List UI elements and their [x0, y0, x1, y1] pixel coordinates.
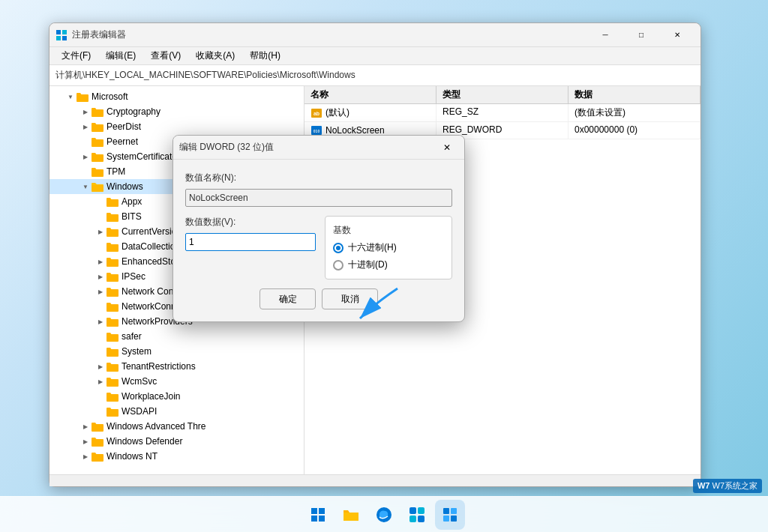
data-input[interactable] [185, 233, 316, 251]
menu-edit[interactable]: 编辑(E) [100, 48, 142, 64]
radio-dec[interactable]: 十进制(D) [333, 259, 444, 271]
radio-hex[interactable]: 十六进制(H) [333, 241, 444, 254]
tree-item-wcmsvc[interactable]: ▶ WcmSvc [50, 374, 304, 389]
label-workplacejoin: WorkplaceJoin [122, 391, 180, 402]
svg-rect-14 [410, 507, 416, 514]
menu-file[interactable]: 文件(F) [56, 48, 97, 64]
tree-item-microsoft[interactable]: ▼ Microsoft [50, 89, 304, 104]
tree-item-winnt[interactable]: ▶ Windows NT [50, 449, 304, 464]
tree-item-cryptography[interactable]: ▶ Cryptography [50, 104, 304, 119]
dialog-title-bar: 编辑 DWORD (32 位)值 ✕ [173, 136, 464, 160]
name-input[interactable] [185, 189, 452, 207]
tree-item-winadv[interactable]: ▶ Windows Advanced Thre [50, 419, 304, 434]
taskbar-explorer[interactable] [336, 500, 366, 530]
svg-text:ab: ab [314, 111, 320, 116]
expander-systemcerts: ▶ [80, 151, 92, 163]
folder-icon-wsdapi [106, 407, 118, 417]
cancel-button[interactable]: 取消 [322, 288, 378, 309]
taskbar-store[interactable] [402, 500, 432, 530]
folder-icon-currentversion [106, 227, 118, 237]
folder-icon-appx [106, 197, 118, 207]
radio-dec-label: 十进制(D) [348, 259, 388, 271]
folder-icon-ipsec [106, 272, 118, 282]
value-row: 数值数据(V): 基数 十六进制(H) 十进制(D) [185, 216, 452, 279]
cell-data-default: (数值未设置) [568, 104, 700, 121]
svg-rect-9 [311, 508, 317, 514]
edge-icon [375, 506, 393, 524]
label-tpm: TPM [106, 166, 125, 177]
title-bar: 注册表编辑器 ─ □ ✕ [50, 23, 700, 47]
close-button[interactable]: ✕ [660, 23, 694, 47]
value-col: 数值数据(V): [185, 216, 316, 279]
cell-data-nolockscreen: 0x00000000 (0) [568, 122, 700, 139]
expander-ipsec: ▶ [94, 270, 106, 282]
tree-item-system[interactable]: ▶ System [50, 344, 304, 359]
folder-icon-windows [92, 182, 104, 192]
svg-text:010: 010 [314, 129, 320, 133]
maximize-button[interactable]: □ [624, 23, 658, 47]
label-microsoft: Microsoft [92, 91, 128, 102]
explorer-icon [342, 506, 360, 524]
nolockscreen-name: NoLockScreen [326, 125, 385, 136]
folder-icon-wcmsvc [106, 377, 118, 387]
folder-icon-microsoft [76, 92, 88, 102]
title-controls: ─ □ ✕ [588, 23, 694, 47]
tree-item-tenantrestrictions[interactable]: ▶ TenantRestrictions [50, 359, 304, 374]
taskbar-start[interactable] [303, 500, 333, 530]
horizontal-scrollbar[interactable] [50, 474, 700, 486]
label-windows: Windows [106, 181, 143, 192]
tree-item-workplacejoin[interactable]: ▶ WorkplaceJoin [50, 389, 304, 404]
menu-view[interactable]: 查看(V) [145, 48, 187, 64]
radio-hex-btn [333, 243, 344, 253]
label-wcmsvc: WcmSvc [122, 376, 157, 387]
svg-rect-3 [62, 36, 67, 40]
dialog-close-button[interactable]: ✕ [436, 139, 458, 157]
cell-name-default: ab (默认) [304, 104, 436, 121]
default-name: (默认) [326, 106, 350, 119]
address-bar: 计算机\HKEY_LOCAL_MACHINE\SOFTWARE\Policies… [50, 65, 700, 86]
folder-icon-winnt [92, 452, 104, 462]
svg-rect-18 [443, 508, 449, 514]
store-icon [408, 506, 426, 524]
expander-currentversion: ▶ [94, 226, 106, 238]
folder-icon-datacollection [106, 242, 118, 252]
folder-icon-networkproviders [106, 317, 118, 327]
expander-windows: ▼ [80, 181, 92, 193]
folder-icon-tpm [92, 167, 104, 177]
base-label: 基数 [333, 224, 444, 237]
minimize-button[interactable]: ─ [588, 23, 622, 47]
expander-cryptography: ▶ [80, 106, 92, 118]
folder-icon-safer [106, 332, 118, 342]
windows-icon [309, 506, 327, 524]
tree-item-wsdapi[interactable]: ▶ WSDAPI [50, 404, 304, 419]
svg-rect-16 [410, 516, 416, 522]
tree-item-peerdist[interactable]: ▶ PeerDist [50, 119, 304, 134]
menu-help[interactable]: 帮助(H) [244, 48, 286, 64]
label-wsdapi: WSDAPI [122, 406, 157, 417]
tree-item-safer[interactable]: ▶ safer [50, 329, 304, 344]
taskbar [0, 496, 768, 532]
label-windefender: Windows Defender [106, 436, 182, 447]
tree-item-windefender[interactable]: ▶ Windows Defender [50, 434, 304, 449]
taskbar-edge[interactable] [369, 500, 399, 530]
label-ipsec: IPSec [122, 271, 146, 282]
dialog-body: 数值名称(N): 数值数据(V): 基数 十六进制(H) 十进制(D) [173, 160, 464, 321]
label-systemcerts: SystemCertificates [106, 151, 182, 162]
expander-winnt: ▶ [80, 450, 92, 462]
cell-type-default: REG_SZ [436, 104, 568, 121]
watermark: W7 W7系统之家 [693, 479, 762, 493]
svg-rect-20 [443, 516, 449, 522]
folder-icon-peerdist [92, 122, 104, 132]
watermark-label: W7 [698, 481, 710, 490]
label-appx: Appx [122, 196, 142, 207]
taskbar-regedit[interactable] [435, 500, 465, 530]
confirm-button[interactable]: 确定 [260, 288, 316, 309]
folder-icon-networkconnecti [106, 302, 118, 312]
menu-favorites[interactable]: 收藏夹(A) [190, 48, 241, 64]
svg-rect-11 [311, 516, 317, 522]
dialog-title: 编辑 DWORD (32 位)值 [179, 141, 436, 154]
label-winnt: Windows NT [106, 451, 158, 462]
header-data: 数据 [568, 86, 700, 103]
folder-icon-cryptography [92, 107, 104, 117]
reg-row-default[interactable]: ab (默认) REG_SZ (数值未设置) [304, 104, 700, 122]
